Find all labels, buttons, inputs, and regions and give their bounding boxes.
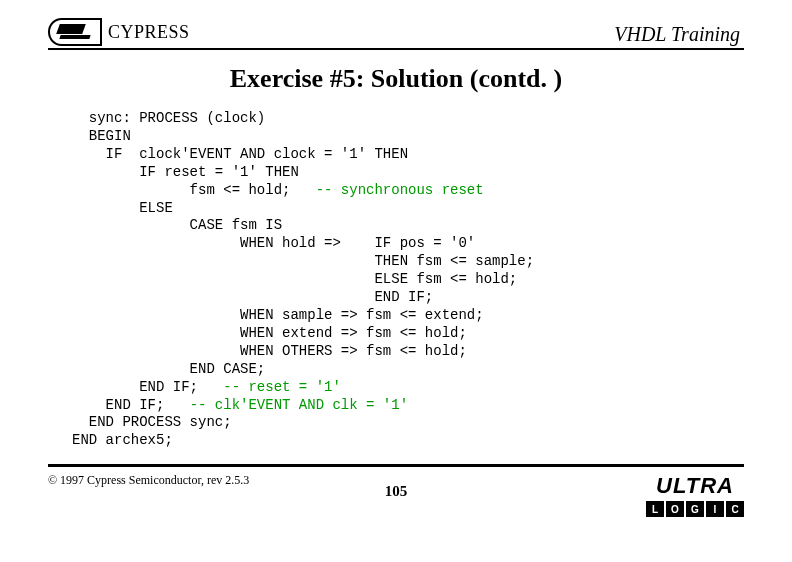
code-comment: -- reset = '1' (223, 379, 341, 395)
code-comment: -- clk'EVENT AND clk = '1' (190, 397, 408, 413)
code-line: IF clock'EVENT AND clock = '1' THEN (72, 146, 408, 162)
code-line: WHEN sample => fsm <= extend; (72, 307, 484, 323)
code-line: END PROCESS sync; (72, 414, 232, 430)
code-block: sync: PROCESS (clock) BEGIN IF clock'EVE… (72, 110, 744, 450)
code-line: THEN fsm <= sample; (72, 253, 534, 269)
code-line: sync: PROCESS (clock) (72, 110, 265, 126)
code-line: END IF; (72, 289, 433, 305)
footer-rule (48, 464, 744, 467)
header-title: VHDL Training (614, 23, 744, 46)
code-line: WHEN OTHERS => fsm <= hold; (72, 343, 467, 359)
logic-cell: G (686, 501, 704, 517)
slide-title: Exercise #5: Solution (contd. ) (48, 64, 744, 94)
code-line: END archex5; (72, 432, 173, 448)
logic-cell: C (726, 501, 744, 517)
logic-bar: L O G I C (646, 501, 744, 517)
code-line: fsm <= hold; (72, 182, 316, 198)
copyright: © 1997 Cypress Semiconductor, rev 2.5.3 (48, 473, 249, 488)
code-comment: -- synchronous reset (316, 182, 484, 198)
logic-cell: O (666, 501, 684, 517)
footer: © 1997 Cypress Semiconductor, rev 2.5.3 … (48, 473, 744, 517)
code-line: IF reset = '1' THEN (72, 164, 299, 180)
ultra-logic-logo: ULTRA L O G I C (646, 473, 744, 517)
code-line: CASE fsm IS (72, 217, 282, 233)
logic-cell: I (706, 501, 724, 517)
header: CYPRESS VHDL Training (48, 18, 744, 46)
code-line: END CASE; (72, 361, 265, 377)
cypress-logo: CYPRESS (48, 18, 190, 46)
code-line: ELSE fsm <= hold; (72, 271, 517, 287)
page-number: 105 (385, 483, 408, 500)
code-line: END IF; (72, 397, 190, 413)
cypress-brand-text: CYPRESS (108, 22, 190, 43)
code-line: ELSE (72, 200, 173, 216)
header-rule (48, 48, 744, 50)
code-line: WHEN hold => IF pos = '0' (72, 235, 475, 251)
code-line: BEGIN (72, 128, 131, 144)
ultra-text: ULTRA (656, 473, 734, 499)
cypress-mark-icon (48, 18, 102, 46)
logic-cell: L (646, 501, 664, 517)
code-line: END IF; (72, 379, 223, 395)
code-line: WHEN extend => fsm <= hold; (72, 325, 467, 341)
